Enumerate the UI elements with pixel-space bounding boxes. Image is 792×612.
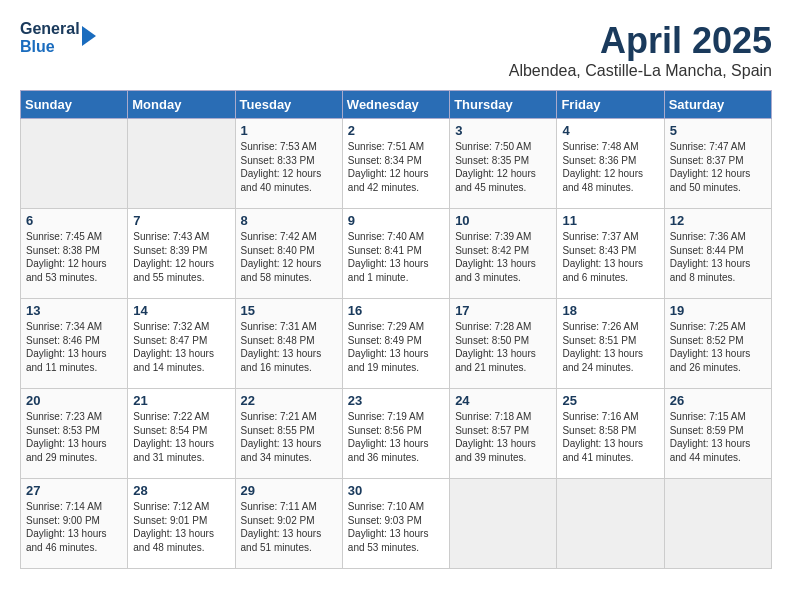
day-info: Sunrise: 7:22 AMSunset: 8:54 PMDaylight:… <box>133 410 229 464</box>
day-number: 29 <box>241 483 337 498</box>
day-info: Sunrise: 7:50 AMSunset: 8:35 PMDaylight:… <box>455 140 551 194</box>
day-info: Sunrise: 7:34 AMSunset: 8:46 PMDaylight:… <box>26 320 122 374</box>
calendar-cell: 23Sunrise: 7:19 AMSunset: 8:56 PMDayligh… <box>342 389 449 479</box>
calendar-header-row: SundayMondayTuesdayWednesdayThursdayFrid… <box>21 91 772 119</box>
month-title: April 2025 <box>509 20 772 62</box>
day-number: 10 <box>455 213 551 228</box>
day-info: Sunrise: 7:53 AMSunset: 8:33 PMDaylight:… <box>241 140 337 194</box>
calendar-cell: 16Sunrise: 7:29 AMSunset: 8:49 PMDayligh… <box>342 299 449 389</box>
calendar-cell: 20Sunrise: 7:23 AMSunset: 8:53 PMDayligh… <box>21 389 128 479</box>
logo-arrow-icon <box>82 26 96 46</box>
calendar-cell: 3Sunrise: 7:50 AMSunset: 8:35 PMDaylight… <box>450 119 557 209</box>
day-number: 5 <box>670 123 766 138</box>
calendar-cell: 8Sunrise: 7:42 AMSunset: 8:40 PMDaylight… <box>235 209 342 299</box>
calendar-week-5: 27Sunrise: 7:14 AMSunset: 9:00 PMDayligh… <box>21 479 772 569</box>
day-number: 17 <box>455 303 551 318</box>
day-info: Sunrise: 7:51 AMSunset: 8:34 PMDaylight:… <box>348 140 444 194</box>
day-info: Sunrise: 7:19 AMSunset: 8:56 PMDaylight:… <box>348 410 444 464</box>
calendar-cell <box>21 119 128 209</box>
day-number: 20 <box>26 393 122 408</box>
logo: General Blue <box>20 20 80 57</box>
day-number: 4 <box>562 123 658 138</box>
day-info: Sunrise: 7:31 AMSunset: 8:48 PMDaylight:… <box>241 320 337 374</box>
day-header-sunday: Sunday <box>21 91 128 119</box>
day-info: Sunrise: 7:32 AMSunset: 8:47 PMDaylight:… <box>133 320 229 374</box>
calendar-cell <box>128 119 235 209</box>
day-info: Sunrise: 7:12 AMSunset: 9:01 PMDaylight:… <box>133 500 229 554</box>
calendar-cell: 19Sunrise: 7:25 AMSunset: 8:52 PMDayligh… <box>664 299 771 389</box>
day-number: 28 <box>133 483 229 498</box>
day-info: Sunrise: 7:39 AMSunset: 8:42 PMDaylight:… <box>455 230 551 284</box>
day-number: 14 <box>133 303 229 318</box>
calendar-week-4: 20Sunrise: 7:23 AMSunset: 8:53 PMDayligh… <box>21 389 772 479</box>
calendar-cell: 4Sunrise: 7:48 AMSunset: 8:36 PMDaylight… <box>557 119 664 209</box>
calendar-cell: 21Sunrise: 7:22 AMSunset: 8:54 PMDayligh… <box>128 389 235 479</box>
page-header: General Blue April 2025 Albendea, Castil… <box>20 20 772 80</box>
day-info: Sunrise: 7:11 AMSunset: 9:02 PMDaylight:… <box>241 500 337 554</box>
day-number: 27 <box>26 483 122 498</box>
calendar-cell: 5Sunrise: 7:47 AMSunset: 8:37 PMDaylight… <box>664 119 771 209</box>
calendar-cell <box>450 479 557 569</box>
day-number: 22 <box>241 393 337 408</box>
calendar-cell <box>557 479 664 569</box>
day-info: Sunrise: 7:25 AMSunset: 8:52 PMDaylight:… <box>670 320 766 374</box>
day-info: Sunrise: 7:14 AMSunset: 9:00 PMDaylight:… <box>26 500 122 554</box>
calendar-cell: 30Sunrise: 7:10 AMSunset: 9:03 PMDayligh… <box>342 479 449 569</box>
calendar-cell: 28Sunrise: 7:12 AMSunset: 9:01 PMDayligh… <box>128 479 235 569</box>
day-header-thursday: Thursday <box>450 91 557 119</box>
day-info: Sunrise: 7:26 AMSunset: 8:51 PMDaylight:… <box>562 320 658 374</box>
day-info: Sunrise: 7:37 AMSunset: 8:43 PMDaylight:… <box>562 230 658 284</box>
day-number: 3 <box>455 123 551 138</box>
day-info: Sunrise: 7:40 AMSunset: 8:41 PMDaylight:… <box>348 230 444 284</box>
calendar-cell: 6Sunrise: 7:45 AMSunset: 8:38 PMDaylight… <box>21 209 128 299</box>
day-number: 19 <box>670 303 766 318</box>
day-info: Sunrise: 7:28 AMSunset: 8:50 PMDaylight:… <box>455 320 551 374</box>
calendar-table: SundayMondayTuesdayWednesdayThursdayFrid… <box>20 90 772 569</box>
day-info: Sunrise: 7:42 AMSunset: 8:40 PMDaylight:… <box>241 230 337 284</box>
calendar-cell: 1Sunrise: 7:53 AMSunset: 8:33 PMDaylight… <box>235 119 342 209</box>
day-number: 1 <box>241 123 337 138</box>
day-number: 9 <box>348 213 444 228</box>
calendar-cell: 18Sunrise: 7:26 AMSunset: 8:51 PMDayligh… <box>557 299 664 389</box>
calendar-cell: 2Sunrise: 7:51 AMSunset: 8:34 PMDaylight… <box>342 119 449 209</box>
day-number: 21 <box>133 393 229 408</box>
day-info: Sunrise: 7:43 AMSunset: 8:39 PMDaylight:… <box>133 230 229 284</box>
day-number: 12 <box>670 213 766 228</box>
calendar-cell: 10Sunrise: 7:39 AMSunset: 8:42 PMDayligh… <box>450 209 557 299</box>
logo-general: General Blue <box>20 20 80 57</box>
day-header-saturday: Saturday <box>664 91 771 119</box>
calendar-week-3: 13Sunrise: 7:34 AMSunset: 8:46 PMDayligh… <box>21 299 772 389</box>
day-info: Sunrise: 7:45 AMSunset: 8:38 PMDaylight:… <box>26 230 122 284</box>
day-number: 30 <box>348 483 444 498</box>
day-number: 26 <box>670 393 766 408</box>
calendar-cell: 27Sunrise: 7:14 AMSunset: 9:00 PMDayligh… <box>21 479 128 569</box>
day-number: 6 <box>26 213 122 228</box>
day-info: Sunrise: 7:47 AMSunset: 8:37 PMDaylight:… <box>670 140 766 194</box>
day-info: Sunrise: 7:29 AMSunset: 8:49 PMDaylight:… <box>348 320 444 374</box>
day-number: 13 <box>26 303 122 318</box>
calendar-cell: 25Sunrise: 7:16 AMSunset: 8:58 PMDayligh… <box>557 389 664 479</box>
calendar-cell: 14Sunrise: 7:32 AMSunset: 8:47 PMDayligh… <box>128 299 235 389</box>
day-number: 24 <box>455 393 551 408</box>
calendar-cell: 29Sunrise: 7:11 AMSunset: 9:02 PMDayligh… <box>235 479 342 569</box>
calendar-cell: 9Sunrise: 7:40 AMSunset: 8:41 PMDaylight… <box>342 209 449 299</box>
location-subtitle: Albendea, Castille-La Mancha, Spain <box>509 62 772 80</box>
calendar-week-1: 1Sunrise: 7:53 AMSunset: 8:33 PMDaylight… <box>21 119 772 209</box>
title-area: April 2025 Albendea, Castille-La Mancha,… <box>509 20 772 80</box>
day-header-monday: Monday <box>128 91 235 119</box>
day-info: Sunrise: 7:21 AMSunset: 8:55 PMDaylight:… <box>241 410 337 464</box>
calendar-cell: 13Sunrise: 7:34 AMSunset: 8:46 PMDayligh… <box>21 299 128 389</box>
calendar-cell: 22Sunrise: 7:21 AMSunset: 8:55 PMDayligh… <box>235 389 342 479</box>
day-number: 25 <box>562 393 658 408</box>
day-number: 18 <box>562 303 658 318</box>
calendar-cell: 26Sunrise: 7:15 AMSunset: 8:59 PMDayligh… <box>664 389 771 479</box>
day-number: 16 <box>348 303 444 318</box>
day-info: Sunrise: 7:23 AMSunset: 8:53 PMDaylight:… <box>26 410 122 464</box>
calendar-cell: 11Sunrise: 7:37 AMSunset: 8:43 PMDayligh… <box>557 209 664 299</box>
calendar-week-2: 6Sunrise: 7:45 AMSunset: 8:38 PMDaylight… <box>21 209 772 299</box>
calendar-cell: 24Sunrise: 7:18 AMSunset: 8:57 PMDayligh… <box>450 389 557 479</box>
day-info: Sunrise: 7:15 AMSunset: 8:59 PMDaylight:… <box>670 410 766 464</box>
day-info: Sunrise: 7:48 AMSunset: 8:36 PMDaylight:… <box>562 140 658 194</box>
day-info: Sunrise: 7:18 AMSunset: 8:57 PMDaylight:… <box>455 410 551 464</box>
day-number: 23 <box>348 393 444 408</box>
